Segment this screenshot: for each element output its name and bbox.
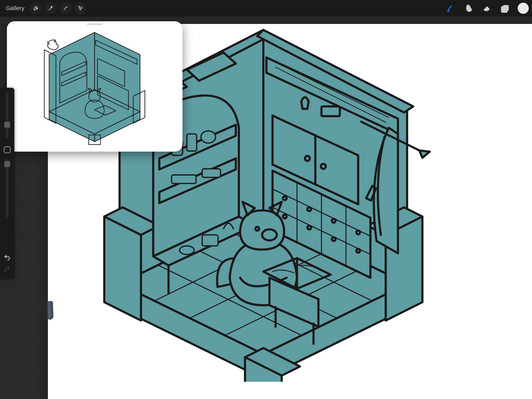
svg-rect-46	[187, 134, 197, 151]
brush-tool-button[interactable]	[444, 2, 458, 15]
eraser-tool-button[interactable]	[480, 2, 494, 15]
svg-rect-55	[202, 235, 218, 246]
svg-rect-48	[172, 175, 196, 184]
top-toolbar: Gallery	[0, 0, 532, 16]
transform-button[interactable]	[74, 2, 87, 14]
pointer-icon	[77, 5, 84, 11]
brush-opacity-thumb[interactable]	[4, 161, 10, 167]
layers-button[interactable]	[498, 2, 512, 15]
adjustments-button[interactable]	[45, 2, 57, 14]
svg-point-47	[201, 131, 215, 143]
reference-companion-panel[interactable]	[7, 21, 182, 152]
gallery-button[interactable]: Gallery	[3, 3, 27, 13]
brush-size-slider[interactable]	[6, 93, 9, 138]
reference-artwork	[14, 27, 175, 147]
wand-icon	[48, 5, 54, 11]
left-sidebar	[0, 88, 14, 279]
redo-icon	[4, 266, 11, 273]
brush-opacity-slider[interactable]	[6, 159, 9, 218]
selection-button[interactable]	[60, 2, 72, 14]
actions-button[interactable]	[30, 2, 42, 14]
color-swatch-button[interactable]	[518, 3, 529, 14]
canvas-viewport[interactable]	[0, 16, 532, 399]
modify-button[interactable]	[4, 146, 11, 153]
svg-rect-2	[502, 7, 507, 12]
undo-icon	[4, 254, 11, 261]
smudge-icon	[464, 3, 474, 13]
stylus-edge-graphic	[46, 301, 53, 320]
panel-drag-handle[interactable]	[87, 23, 103, 25]
brush-icon	[446, 3, 456, 13]
eraser-icon	[482, 3, 492, 13]
s-curve-icon	[63, 5, 69, 11]
smudge-tool-button[interactable]	[462, 2, 476, 15]
svg-rect-49	[202, 169, 221, 177]
svg-point-54	[180, 246, 194, 254]
wrench-icon	[33, 5, 39, 11]
redo-button[interactable]	[2, 264, 13, 275]
brush-size-thumb[interactable]	[4, 122, 10, 128]
layers-icon	[500, 3, 510, 13]
toolbar-right-group	[439, 2, 529, 15]
undo-button[interactable]	[2, 252, 13, 263]
